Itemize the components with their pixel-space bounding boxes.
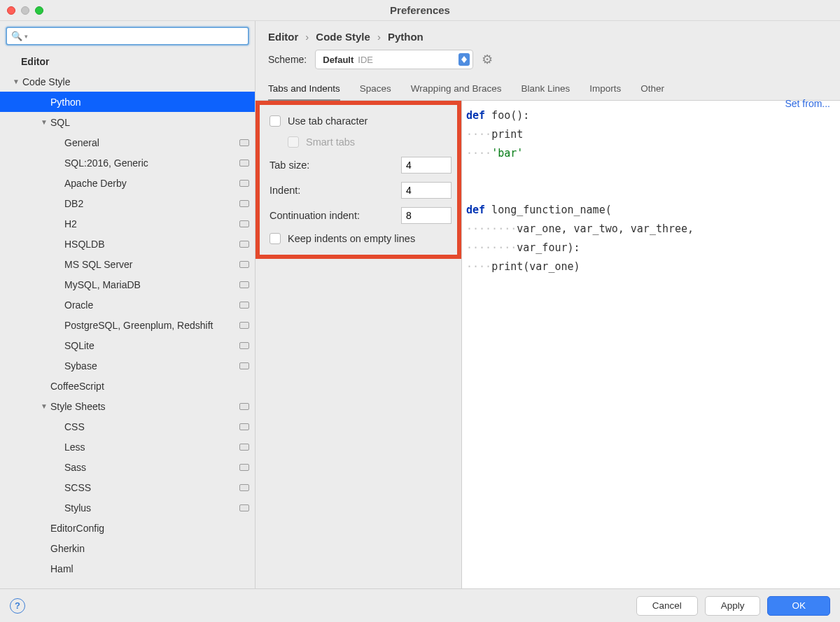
tree-less[interactable]: Less [0,437,255,457]
scheme-label: Scheme: [268,54,307,65]
ok-button[interactable]: OK [767,596,830,616]
config-icon [239,281,249,288]
tab-imports[interactable]: Imports [589,83,621,100]
chevron-down-icon: ▼ [40,118,48,126]
use-tab-char-row[interactable]: Use tab character [270,111,451,132]
tree-stylesheets[interactable]: ▼Style Sheets [0,396,255,416]
help-icon[interactable]: ? [10,598,25,614]
tab-tabs-indents[interactable]: Tabs and Indents [268,83,340,101]
scheme-select[interactable]: Default IDE [315,50,473,69]
tree-coffeescript[interactable]: CoffeeScript [0,376,255,396]
tree-sql-sqlite[interactable]: SQLite [0,335,255,355]
gear-icon[interactable]: ⚙ [482,52,493,67]
use-tab-char-label: Use tab character [288,115,368,127]
continuation-indent-input[interactable] [401,207,451,224]
titlebar: Preferences [0,0,840,21]
tree-sql-general[interactable]: General [0,132,255,153]
tab-spaces[interactable]: Spaces [360,83,391,100]
config-icon [239,403,249,410]
tab-blank-lines[interactable]: Blank Lines [521,83,570,100]
tree-sql-h2[interactable]: H2 [0,213,255,234]
config-icon [239,200,249,207]
config-icon [239,302,249,309]
config-icon [239,160,249,167]
settings-tree[interactable]: Editor ▼Code Style Python ▼SQL General S… [0,51,255,588]
chevron-down-icon: ▼ [12,78,20,85]
search-icon: 🔍 [11,31,22,41]
keep-indents-row[interactable]: Keep indents on empty lines [270,228,451,249]
chevron-down-icon: ▼ [40,402,48,410]
scheme-value: Default [323,55,354,65]
tree-sql-db2[interactable]: DB2 [0,193,255,213]
sidebar: 🔍 ▾ Editor ▼Code Style Python ▼SQL Gener… [0,21,255,588]
apply-button[interactable]: Apply [705,596,761,616]
config-icon [239,484,249,491]
config-icon [239,444,249,451]
config-icon [239,241,249,248]
highlight-box: Use tab character Smart tabs Tab size: I… [255,101,461,259]
checkbox-icon [288,136,299,148]
tree-sql-pg[interactable]: PostgreSQL, Greenplum, Redshift [0,315,255,335]
config-icon [239,180,249,187]
tree-sql-2016[interactable]: SQL:2016, Generic [0,153,255,173]
set-from-link[interactable]: Set from... [785,98,830,109]
config-icon [239,139,249,146]
config-icon [239,322,249,329]
tree-sql-oracle[interactable]: Oracle [0,295,255,315]
tab-size-label: Tab size: [270,160,401,171]
config-icon [239,220,249,227]
tree-haml[interactable]: Haml [0,558,255,579]
breadcrumb-editor[interactable]: Editor [268,31,298,43]
checkbox-icon[interactable] [270,115,281,127]
window-title: Preferences [0,4,840,16]
code-style-tabs: Tabs and Indents Spaces Wrapping and Bra… [255,76,840,101]
tree-sass[interactable]: Sass [0,457,255,477]
config-icon [239,423,249,430]
config-icon [239,464,249,471]
keep-indents-label: Keep indents on empty lines [288,233,415,244]
smart-tabs-row: Smart tabs [270,132,451,153]
config-icon [239,362,249,369]
code-preview: def foo(): ····print ····'bar' def long_… [462,101,840,588]
tree-scss[interactable]: SCSS [0,477,255,497]
tree-css[interactable]: CSS [0,416,255,437]
checkbox-icon[interactable] [270,233,281,244]
tab-wrapping[interactable]: Wrapping and Braces [411,83,502,100]
config-icon [239,504,249,511]
tree-sql-derby[interactable]: Apache Derby [0,173,255,193]
tree-sql[interactable]: ▼SQL [0,112,255,132]
dialog-footer: ? Cancel Apply OK [0,588,840,622]
indent-settings-pane: Use tab character Smart tabs Tab size: I… [255,101,462,588]
tree-code-style[interactable]: ▼Code Style [0,71,255,92]
updown-icon [458,53,470,66]
smart-tabs-label: Smart tabs [306,136,355,148]
scheme-tag: IDE [358,55,373,65]
breadcrumb-python: Python [388,31,424,43]
tab-other[interactable]: Other [640,83,664,100]
tree-gherkin[interactable]: Gherkin [0,538,255,558]
tree-stylus[interactable]: Stylus [0,497,255,518]
tree-python[interactable]: Python [0,92,255,112]
tree-sql-mssql[interactable]: MS SQL Server [0,254,255,274]
breadcrumb-code-style[interactable]: Code Style [316,31,370,43]
continuation-indent-label: Continuation indent: [270,210,401,221]
breadcrumb: Editor › Code Style › Python [255,21,840,50]
tree-sql-hsqldb[interactable]: HSQLDB [0,234,255,254]
search-input[interactable] [28,31,244,41]
config-icon [239,342,249,349]
search-input-wrapper[interactable]: 🔍 ▾ [6,27,249,45]
chevron-right-icon: › [305,31,309,43]
indent-input[interactable] [401,182,451,199]
tree-editor[interactable]: Editor [0,51,255,71]
cancel-button[interactable]: Cancel [636,596,698,616]
tab-size-input[interactable] [401,157,451,174]
tree-sql-sybase[interactable]: Sybase [0,355,255,376]
tree-editorconfig[interactable]: EditorConfig [0,518,255,538]
config-icon [239,261,249,268]
chevron-right-icon: › [377,31,381,43]
tree-sql-mysql[interactable]: MySQL, MariaDB [0,274,255,295]
indent-label: Indent: [270,185,401,196]
